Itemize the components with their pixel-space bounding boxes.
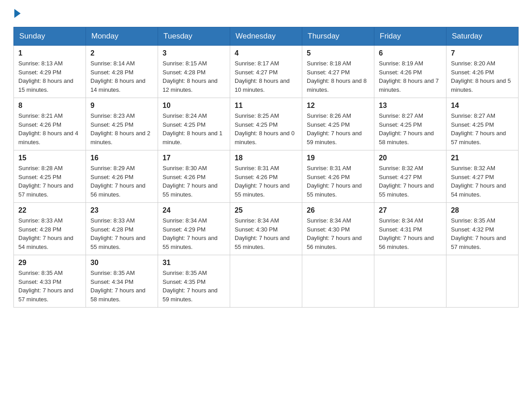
calendar-header-row: SundayMondayTuesdayWednesdayThursdayFrid… xyxy=(14,27,519,46)
calendar-day-cell xyxy=(302,255,374,308)
sunset-text: Sunset: 4:29 PM xyxy=(163,226,206,233)
day-number: 9 xyxy=(90,102,153,110)
sunrise-text: Sunrise: 8:35 AM xyxy=(451,217,495,224)
day-number: 23 xyxy=(90,206,153,214)
calendar-week-row: 29 Sunrise: 8:35 AM Sunset: 4:33 PM Dayl… xyxy=(14,255,519,308)
sunrise-text: Sunrise: 8:26 AM xyxy=(307,112,351,119)
sunrise-text: Sunrise: 8:32 AM xyxy=(451,165,495,171)
calendar-day-cell: 19 Sunrise: 8:31 AM Sunset: 4:26 PM Dayl… xyxy=(302,150,374,203)
daylight-text: Daylight: 7 hours and 59 minutes. xyxy=(307,130,362,146)
sunrise-text: Sunrise: 8:14 AM xyxy=(90,60,135,67)
sunset-text: Sunset: 4:26 PM xyxy=(379,69,422,76)
day-number: 18 xyxy=(235,154,297,162)
daylight-text: Daylight: 7 hours and 57 minutes. xyxy=(451,130,506,146)
calendar-day-cell: 26 Sunrise: 8:34 AM Sunset: 4:30 PM Dayl… xyxy=(302,203,374,255)
sunrise-text: Sunrise: 8:20 AM xyxy=(451,60,495,67)
calendar-day-cell: 30 Sunrise: 8:35 AM Sunset: 4:34 PM Dayl… xyxy=(86,255,158,308)
sunrise-text: Sunrise: 8:31 AM xyxy=(235,165,279,171)
sunrise-text: Sunrise: 8:18 AM xyxy=(307,60,351,67)
calendar-day-cell: 25 Sunrise: 8:34 AM Sunset: 4:30 PM Dayl… xyxy=(230,203,302,255)
day-number: 20 xyxy=(379,154,442,162)
day-info: Sunrise: 8:28 AM Sunset: 4:25 PM Dayligh… xyxy=(18,164,81,199)
sunrise-text: Sunrise: 8:35 AM xyxy=(90,270,135,276)
page-header xyxy=(13,9,519,18)
daylight-text: Daylight: 8 hours and 14 minutes. xyxy=(90,77,146,93)
sunset-text: Sunset: 4:28 PM xyxy=(163,69,206,76)
sunrise-text: Sunrise: 8:34 AM xyxy=(307,217,351,224)
sunset-text: Sunset: 4:25 PM xyxy=(18,174,61,180)
day-of-week-header: Thursday xyxy=(302,27,374,46)
day-info: Sunrise: 8:32 AM Sunset: 4:27 PM Dayligh… xyxy=(451,164,514,199)
calendar-day-cell xyxy=(230,255,302,308)
day-number: 8 xyxy=(18,102,81,110)
sunset-text: Sunset: 4:27 PM xyxy=(307,69,350,76)
day-info: Sunrise: 8:20 AM Sunset: 4:26 PM Dayligh… xyxy=(451,59,514,94)
day-info: Sunrise: 8:31 AM Sunset: 4:26 PM Dayligh… xyxy=(307,164,369,199)
calendar-day-cell: 2 Sunrise: 8:14 AM Sunset: 4:28 PM Dayli… xyxy=(86,46,158,98)
day-number: 14 xyxy=(451,102,514,110)
day-info: Sunrise: 8:23 AM Sunset: 4:25 PM Dayligh… xyxy=(90,111,153,146)
sunset-text: Sunset: 4:28 PM xyxy=(90,226,133,233)
daylight-text: Daylight: 7 hours and 54 minutes. xyxy=(18,235,73,250)
sunrise-text: Sunrise: 8:33 AM xyxy=(90,217,135,224)
calendar-day-cell: 31 Sunrise: 8:35 AM Sunset: 4:35 PM Dayl… xyxy=(158,255,230,308)
day-number: 19 xyxy=(307,154,369,162)
sunset-text: Sunset: 4:29 PM xyxy=(18,69,61,76)
daylight-text: Daylight: 7 hours and 56 minutes. xyxy=(379,235,434,250)
day-info: Sunrise: 8:29 AM Sunset: 4:26 PM Dayligh… xyxy=(90,164,153,199)
day-info: Sunrise: 8:18 AM Sunset: 4:27 PM Dayligh… xyxy=(307,59,369,94)
day-info: Sunrise: 8:35 AM Sunset: 4:32 PM Dayligh… xyxy=(451,216,514,251)
day-number: 15 xyxy=(18,154,81,162)
calendar-day-cell: 28 Sunrise: 8:35 AM Sunset: 4:32 PM Dayl… xyxy=(446,203,519,255)
sunrise-text: Sunrise: 8:13 AM xyxy=(18,60,63,67)
sunrise-text: Sunrise: 8:35 AM xyxy=(18,270,63,276)
sunset-text: Sunset: 4:35 PM xyxy=(163,278,206,285)
daylight-text: Daylight: 7 hours and 57 minutes. xyxy=(18,182,73,198)
day-number: 29 xyxy=(18,259,81,267)
calendar-day-cell xyxy=(446,255,519,308)
day-number: 16 xyxy=(90,154,153,162)
day-of-week-header: Saturday xyxy=(446,27,519,46)
daylight-text: Daylight: 7 hours and 55 minutes. xyxy=(163,182,218,198)
calendar-day-cell: 5 Sunrise: 8:18 AM Sunset: 4:27 PM Dayli… xyxy=(302,46,374,98)
day-info: Sunrise: 8:32 AM Sunset: 4:27 PM Dayligh… xyxy=(379,164,442,199)
calendar-week-row: 22 Sunrise: 8:33 AM Sunset: 4:28 PM Dayl… xyxy=(14,203,519,255)
calendar-day-cell: 24 Sunrise: 8:34 AM Sunset: 4:29 PM Dayl… xyxy=(158,203,230,255)
sunrise-text: Sunrise: 8:21 AM xyxy=(18,112,63,119)
sunrise-text: Sunrise: 8:34 AM xyxy=(163,217,207,224)
calendar-day-cell: 6 Sunrise: 8:19 AM Sunset: 4:26 PM Dayli… xyxy=(374,46,446,98)
calendar-day-cell: 22 Sunrise: 8:33 AM Sunset: 4:28 PM Dayl… xyxy=(14,203,86,255)
daylight-text: Daylight: 8 hours and 1 minute. xyxy=(163,130,223,146)
sunset-text: Sunset: 4:25 PM xyxy=(163,121,206,128)
day-number: 27 xyxy=(379,206,442,214)
sunset-text: Sunset: 4:26 PM xyxy=(163,174,206,180)
day-info: Sunrise: 8:13 AM Sunset: 4:29 PM Dayligh… xyxy=(18,59,81,94)
sunset-text: Sunset: 4:27 PM xyxy=(235,69,278,76)
daylight-text: Daylight: 7 hours and 56 minutes. xyxy=(90,182,146,198)
calendar-day-cell: 27 Sunrise: 8:34 AM Sunset: 4:31 PM Dayl… xyxy=(374,203,446,255)
sunset-text: Sunset: 4:25 PM xyxy=(451,121,494,128)
daylight-text: Daylight: 7 hours and 55 minutes. xyxy=(163,235,218,250)
daylight-text: Daylight: 8 hours and 4 minutes. xyxy=(18,130,78,146)
sunrise-text: Sunrise: 8:23 AM xyxy=(90,112,135,119)
day-number: 12 xyxy=(307,102,369,110)
calendar-day-cell: 29 Sunrise: 8:35 AM Sunset: 4:33 PM Dayl… xyxy=(14,255,86,308)
calendar-day-cell: 8 Sunrise: 8:21 AM Sunset: 4:26 PM Dayli… xyxy=(14,98,86,150)
day-info: Sunrise: 8:30 AM Sunset: 4:26 PM Dayligh… xyxy=(163,164,225,199)
day-number: 11 xyxy=(235,102,297,110)
sunset-text: Sunset: 4:25 PM xyxy=(307,121,350,128)
day-info: Sunrise: 8:35 AM Sunset: 4:35 PM Dayligh… xyxy=(163,269,225,304)
sunrise-text: Sunrise: 8:35 AM xyxy=(163,270,207,276)
sunset-text: Sunset: 4:25 PM xyxy=(90,121,133,128)
calendar-day-cell: 3 Sunrise: 8:15 AM Sunset: 4:28 PM Dayli… xyxy=(158,46,230,98)
sunset-text: Sunset: 4:27 PM xyxy=(379,174,422,180)
sunset-text: Sunset: 4:28 PM xyxy=(18,226,61,233)
daylight-text: Daylight: 7 hours and 57 minutes. xyxy=(451,235,506,250)
calendar-day-cell: 17 Sunrise: 8:30 AM Sunset: 4:26 PM Dayl… xyxy=(158,150,230,203)
daylight-text: Daylight: 8 hours and 5 minutes. xyxy=(451,77,511,93)
day-number: 5 xyxy=(307,49,369,57)
sunset-text: Sunset: 4:25 PM xyxy=(235,121,278,128)
sunset-text: Sunset: 4:33 PM xyxy=(18,278,61,285)
sunrise-text: Sunrise: 8:19 AM xyxy=(379,60,423,67)
sunrise-text: Sunrise: 8:15 AM xyxy=(163,60,207,67)
